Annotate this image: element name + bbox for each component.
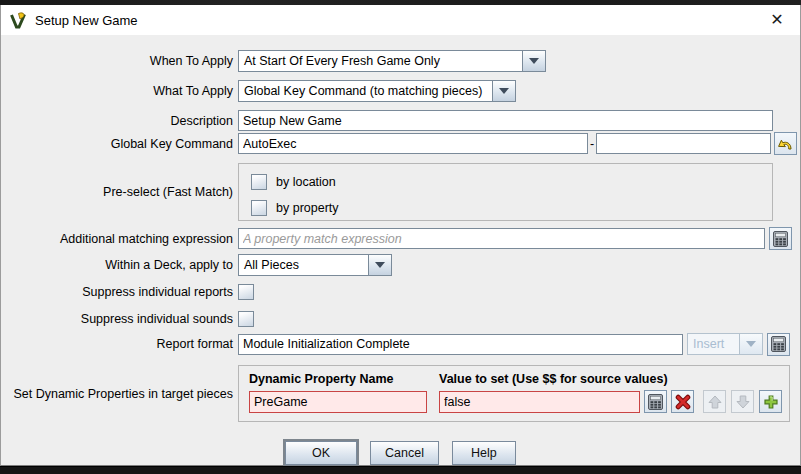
close-icon: ✕ [770,12,783,28]
global-key-command-label: Global Key Command [1,137,238,151]
within-deck-select[interactable]: All Pieces [238,254,392,276]
row-global-key-command: Global Key Command - [1,133,800,154]
insert-dropdown-button[interactable] [739,334,762,354]
setup-new-game-dialog: Setup New Game ✕ When To Apply At Start … [0,5,801,466]
cancel-button[interactable]: Cancel [370,441,439,465]
background-window-bottom [0,466,801,474]
description-input[interactable] [238,110,773,131]
dialog-title: Setup New Game [35,13,138,28]
row-within-deck: Within a Deck, apply to All Pieces [1,254,800,276]
ok-button[interactable]: OK [285,441,357,465]
calculator-icon [648,394,663,410]
what-to-apply-value: Global Key Command (to matching pieces) [239,81,492,101]
screen: Setup New Game ✕ When To Apply At Start … [0,0,801,474]
suppress-sounds-label: Suppress individual sounds [1,312,238,326]
dynamic-properties-header: Dynamic Property Name Value to set (Use … [249,371,789,387]
pre-select-label: Pre-select (Fast Match) [1,185,238,199]
plus-icon [763,394,779,410]
dynamic-property-row [249,390,789,413]
property-name-header: Dynamic Property Name [249,372,439,386]
matching-expression-input[interactable] [238,228,765,249]
within-deck-label: Within a Deck, apply to [1,258,238,272]
pre-select-panel: by location by property [238,163,773,221]
value-to-set-header: Value to set (Use $$ for source values) [439,372,668,386]
global-key-command-input[interactable] [238,133,588,154]
by-location-row: by location [251,170,772,193]
suppress-reports-checkbox[interactable] [238,284,254,300]
property-value-input[interactable] [439,391,640,413]
by-location-label: by location [276,175,336,189]
key-command-separator: - [590,137,594,151]
by-location-checkbox[interactable] [251,174,267,190]
arrow-down-icon [735,394,751,410]
calculator-icon [771,336,786,352]
row-suppress-sounds: Suppress individual sounds [1,310,800,327]
by-property-row: by property [251,196,772,219]
chevron-down-icon [529,58,539,64]
delete-x-icon [675,394,691,410]
within-deck-dropdown-button[interactable] [368,255,391,275]
row-pre-select: Pre-select (Fast Match) by location by p… [1,163,800,221]
vassal-logo-icon [10,12,27,29]
chevron-down-icon [375,262,385,268]
calculator-icon [773,231,788,247]
key-command-picker-button[interactable] [774,132,797,155]
when-to-apply-select[interactable]: At Start Of Every Fresh Game Only [238,50,546,72]
move-down-button[interactable] [731,390,754,413]
matching-expression-label: Additional matching expression [1,232,238,246]
arrow-up-icon [707,394,723,410]
undo-arrow-icon [777,136,794,152]
delete-row-button[interactable] [671,390,694,413]
named-key-input[interactable] [596,133,771,154]
row-dynamic-properties: Set Dynamic Properties in target pieces … [1,365,800,422]
form: When To Apply At Start Of Every Fresh Ga… [1,35,800,465]
move-up-button[interactable] [703,390,726,413]
add-row-button[interactable] [759,390,782,413]
row-what-to-apply: What To Apply Global Key Command (to mat… [1,80,800,102]
suppress-reports-label: Suppress individual reports [1,285,238,299]
insert-value: Insert [688,334,739,354]
report-format-input[interactable] [238,334,683,355]
row-description: Description [1,110,800,131]
report-format-label: Report format [1,337,238,351]
dynamic-properties-panel: Dynamic Property Name Value to set (Use … [238,365,790,422]
chevron-down-icon [499,88,509,94]
chevron-down-icon [746,341,756,347]
insert-select[interactable]: Insert [687,333,763,355]
titlebar: Setup New Game ✕ [1,5,800,35]
help-button[interactable]: Help [452,441,516,465]
what-to-apply-dropdown-button[interactable] [492,81,515,101]
when-to-apply-label: When To Apply [1,54,238,68]
when-to-apply-dropdown-button[interactable] [522,51,545,71]
row-suppress-reports: Suppress individual reports [1,283,800,300]
by-property-label: by property [276,201,339,215]
report-format-builder-button[interactable] [767,333,790,356]
expression-builder-button[interactable] [769,227,792,250]
property-name-input[interactable] [249,391,427,413]
what-to-apply-label: What To Apply [1,84,238,98]
suppress-sounds-checkbox[interactable] [238,311,254,327]
value-builder-button[interactable] [644,390,667,413]
within-deck-value: All Pieces [239,255,368,275]
dialog-button-bar: OK Cancel Help [1,441,800,465]
row-report-format: Report format Insert [1,333,800,355]
row-matching-expression: Additional matching expression [1,227,800,250]
description-label: Description [1,114,238,128]
dynamic-properties-label: Set Dynamic Properties in target pieces [1,387,238,401]
what-to-apply-select[interactable]: Global Key Command (to matching pieces) [238,80,516,102]
by-property-checkbox[interactable] [251,200,267,216]
close-button[interactable]: ✕ [754,5,800,35]
when-to-apply-value: At Start Of Every Fresh Game Only [239,51,522,71]
row-when-to-apply: When To Apply At Start Of Every Fresh Ga… [1,50,800,72]
